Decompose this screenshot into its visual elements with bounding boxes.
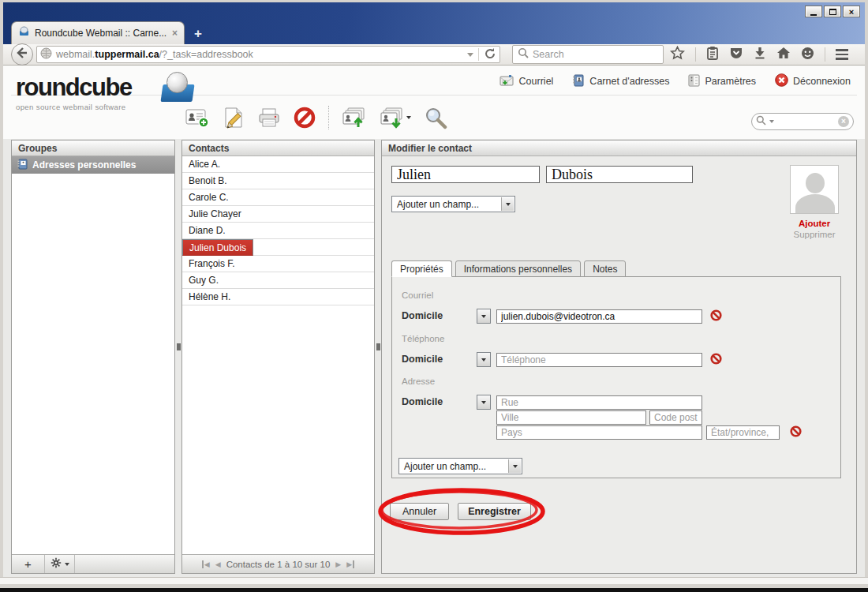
pagination-label: Contacts de 1 à 10 sur 10 [226, 560, 331, 569]
nav-logout[interactable]: Déconnexion [775, 73, 851, 89]
address-type-label: Domicile [402, 396, 443, 407]
home-icon[interactable] [776, 47, 791, 62]
city-input[interactable] [496, 410, 646, 425]
zip-input[interactable] [649, 410, 702, 425]
photo-remove-link: Supprimer [779, 230, 850, 239]
reload-icon[interactable] [484, 47, 496, 62]
last-page-icon[interactable]: ▶ [346, 560, 354, 568]
browser-search[interactable] [512, 45, 664, 64]
prev-page-icon[interactable]: ◀ [215, 560, 221, 568]
nav-addressbook[interactable]: Carnet d'adresses [572, 74, 669, 89]
messenger-smiley-icon[interactable] [801, 47, 814, 63]
lastname-input[interactable] [546, 166, 693, 183]
group-item-personal-addresses[interactable]: Adresses personnelles [12, 156, 174, 174]
minimize-icon [810, 14, 817, 16]
contact-row[interactable]: Carole C. [182, 189, 374, 206]
save-button[interactable]: Enregistrer [458, 503, 531, 520]
reading-list-icon[interactable] [706, 46, 719, 63]
street-input[interactable] [496, 395, 702, 410]
properties-fieldset: Courriel Domicile Téléphone Domicile Adr… [391, 276, 841, 478]
advanced-search-button[interactable] [424, 106, 447, 129]
nav-addressbook-label: Carnet d'adresses [589, 76, 669, 87]
nav-logout-label: Déconnexion [793, 76, 851, 87]
url-bar[interactable]: webmail.tuppermail.ca/?_task=addressbook [36, 46, 500, 63]
download-icon[interactable] [754, 47, 766, 62]
cancel-button[interactable]: Annuler [390, 503, 449, 520]
contact-row[interactable]: Alice A. [182, 156, 374, 173]
app-taskbar: Courriel Carnet d'adresses Paramètres [499, 73, 851, 89]
print-button[interactable] [257, 107, 281, 128]
contacts-footer: ◀ ◀ Contacts de 1 à 10 sur 10 ▶ ▶ [182, 554, 374, 573]
back-button[interactable] [11, 43, 33, 66]
contact-row[interactable]: François F. [182, 256, 374, 272]
edit-contact-button[interactable] [223, 107, 245, 129]
close-window-button[interactable]: × [843, 6, 860, 17]
next-page-icon[interactable]: ▶ [335, 560, 341, 568]
contacts-search-input[interactable] [776, 117, 836, 126]
contacts-search[interactable]: × [751, 113, 854, 130]
email-type-dropdown[interactable] [477, 309, 491, 324]
mail-icon [499, 74, 514, 89]
email-input[interactable] [496, 309, 702, 324]
menu-hamburger-icon[interactable] [836, 49, 848, 60]
add-contact-button[interactable] [185, 107, 210, 129]
contact-row[interactable]: Julie Chayer [182, 206, 374, 223]
tab-close-icon[interactable]: × [172, 28, 178, 39]
import-contacts-button[interactable] [342, 107, 367, 129]
region-input[interactable] [706, 425, 780, 440]
first-page-icon[interactable]: ◀ [202, 560, 210, 568]
maximize-button[interactable] [824, 6, 841, 17]
search-scope-icon[interactable] [769, 120, 774, 123]
add-property-field-select[interactable]: Ajouter un champ... [398, 458, 522, 474]
country-input[interactable] [496, 425, 702, 440]
remove-address-icon[interactable] [790, 425, 802, 437]
groups-panel-title: Groupes [12, 141, 174, 156]
contact-row-selected[interactable]: Julien Dubois [182, 239, 253, 256]
contact-row[interactable]: Benoit B. [182, 173, 374, 189]
select-label: Ajouter un champ... [399, 459, 522, 472]
groups-options-button[interactable] [45, 555, 75, 573]
search-icon [518, 47, 529, 62]
delete-contact-button[interactable] [294, 107, 316, 129]
email-type-label: Domicile [402, 310, 443, 321]
remove-phone-icon[interactable] [710, 353, 722, 365]
firstname-input[interactable] [391, 166, 540, 183]
contact-row[interactable]: Hélène H. [182, 289, 374, 305]
add-name-field-select[interactable]: Ajouter un champ... [391, 196, 515, 212]
pocket-icon[interactable] [729, 47, 743, 62]
addressbook-small-icon [17, 159, 28, 172]
photo-add-link[interactable]: Ajouter [779, 219, 850, 228]
toolbar-separator [328, 106, 329, 129]
webmail-page: roundcube open source webmail software C… [3, 66, 865, 577]
address-type-dropdown[interactable] [477, 395, 491, 410]
contact-row[interactable]: Diane D. [182, 223, 374, 239]
remove-email-icon[interactable] [710, 309, 722, 321]
browser-tab[interactable]: Roundcube Webmail :: Carne... × [11, 21, 185, 44]
browser-window: × Roundcube Webmail :: Carne... × + webm… [0, 0, 868, 592]
tab-personal-info[interactable]: Informations personnelles [455, 260, 581, 277]
export-contacts-button[interactable] [380, 107, 411, 129]
phone-type-dropdown[interactable] [477, 352, 491, 367]
splitter-handle[interactable] [177, 343, 181, 350]
maximize-icon [829, 9, 836, 15]
nav-settings[interactable]: Paramètres [688, 74, 756, 89]
contact-name: Hélène H. [189, 291, 230, 302]
export-dropdown-icon[interactable] [406, 116, 411, 119]
tab-properties[interactable]: Propriétés [391, 260, 452, 277]
nav-mail[interactable]: Courriel [499, 74, 554, 89]
contacts-panel-title: Contacts [182, 141, 374, 156]
splitter-handle[interactable] [376, 343, 380, 350]
contact-row[interactable]: Guy G. [182, 272, 374, 289]
back-arrow-icon [16, 47, 28, 62]
urlbar-dropdown-icon[interactable] [467, 53, 473, 57]
new-tab-button[interactable]: + [194, 26, 202, 42]
tab-notes[interactable]: Notes [584, 260, 626, 277]
add-group-button[interactable]: + [12, 555, 45, 573]
globe-icon [40, 47, 52, 62]
browser-search-input[interactable] [533, 49, 643, 60]
search-clear-icon[interactable]: × [838, 116, 849, 127]
brand-name: roundcube [16, 73, 132, 102]
bookmark-star-icon[interactable] [670, 46, 685, 63]
minimize-button[interactable] [805, 6, 822, 17]
phone-input[interactable] [496, 353, 702, 367]
